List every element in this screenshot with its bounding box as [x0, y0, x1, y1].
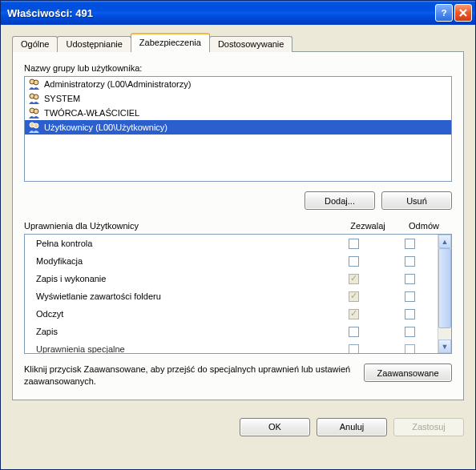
deny-checkbox[interactable] [405, 274, 415, 284]
permission-row: Zapis i wykonanie [25, 270, 438, 287]
dialog-buttons: OK Anuluj Zastosuj [1, 410, 475, 436]
allow-checkbox[interactable] [349, 239, 359, 249]
tab-sharing[interactable]: Udostępnianie [57, 36, 131, 52]
permission-name: Uprawnienia specjalne [36, 344, 325, 353]
advanced-button[interactable]: Zaawansowane [364, 364, 452, 382]
permission-row: Odczyt [25, 305, 438, 323]
permission-name: Modyfikacja [36, 256, 325, 266]
scroll-up-button[interactable]: ▲ [438, 235, 451, 248]
svg-point-8 [34, 123, 38, 128]
group-icon [28, 93, 41, 104]
deny-checkbox[interactable] [405, 344, 415, 354]
list-item[interactable]: SYSTEM [25, 91, 451, 106]
tab-general[interactable]: Ogólne [12, 36, 58, 52]
cancel-button[interactable]: Anuluj [317, 418, 387, 436]
allow-checkbox[interactable] [349, 344, 359, 354]
list-item[interactable]: TWÓRCA-WŁAŚCICIEL [25, 106, 451, 120]
list-item-label: Użytkownicy (L00\Użytkownicy) [44, 123, 167, 132]
svg-text:?: ? [442, 8, 447, 18]
group-icon [28, 122, 41, 133]
apply-button[interactable]: Zastosuj [393, 418, 464, 436]
permissions-title: Uprawnienia dla Użytkownicy [24, 221, 340, 231]
close-button[interactable] [454, 4, 472, 22]
deny-checkbox[interactable] [405, 256, 415, 267]
permission-name: Pełna kontrola [36, 239, 325, 248]
permissions-deny-col: Odmów [396, 221, 452, 231]
help-button[interactable]: ? [435, 4, 453, 22]
svg-point-4 [34, 94, 38, 99]
titlebar: Właściwości: 491 ? [1, 1, 475, 25]
scrollbar[interactable]: ▲ ▼ [438, 235, 451, 353]
svg-point-2 [34, 80, 38, 85]
tab-customize[interactable]: Dostosowywanie [209, 36, 293, 52]
group-icon [28, 78, 41, 90]
groups-label: Nazwy grupy lub użytkownika: [24, 63, 452, 73]
permissions-header: Uprawnienia dla Użytkownicy Zezwalaj Odm… [24, 221, 452, 231]
list-item[interactable]: Administratorzy (L00\Administratorzy) [25, 77, 451, 91]
add-button[interactable]: Dodaj... [305, 191, 375, 210]
tabstrip: Ogólne Udostępnianie Zabezpieczenia Dost… [12, 34, 464, 51]
permission-row: Wyświetlanie zawartości folderu [25, 287, 438, 305]
group-icon [28, 107, 41, 119]
tab-security[interactable]: Zabezpieczenia [131, 33, 210, 52]
remove-button[interactable]: Usuń [381, 191, 452, 210]
tab-panel-security: Nazwy grupy lub użytkownika: Administrat… [12, 51, 464, 400]
permission-row: Zapis [25, 323, 438, 340]
allow-checkbox[interactable] [349, 309, 359, 319]
list-item-label: SYSTEM [44, 94, 80, 103]
ok-button[interactable]: OK [240, 418, 310, 436]
scroll-track[interactable] [438, 248, 451, 339]
permission-row: Modyfikacja [25, 252, 438, 270]
window-title: Właściwości: 491 [7, 7, 434, 19]
deny-checkbox[interactable] [405, 327, 415, 337]
deny-checkbox[interactable] [405, 309, 415, 319]
deny-checkbox[interactable] [405, 291, 415, 302]
allow-checkbox[interactable] [349, 256, 359, 267]
list-item-label: TWÓRCA-WŁAŚCICIEL [44, 108, 139, 118]
allow-checkbox[interactable] [349, 274, 359, 284]
allow-checkbox[interactable] [349, 327, 359, 337]
allow-checkbox[interactable] [349, 291, 359, 302]
advanced-hint: Kliknij przycisk Zaawansowane, aby przej… [24, 364, 354, 388]
scroll-thumb[interactable] [438, 248, 451, 328]
list-item[interactable]: Użytkownicy (L00\Użytkownicy) [25, 120, 451, 135]
permissions-allow-col: Zezwalaj [340, 221, 396, 231]
scroll-down-button[interactable]: ▼ [438, 339, 451, 353]
svg-point-6 [34, 109, 38, 114]
permission-name: Zapis i wykonanie [36, 274, 325, 283]
permission-row: Uprawnienia specjalne [25, 340, 438, 353]
groups-list[interactable]: Administratorzy (L00\Administratorzy) SY… [24, 76, 452, 182]
permission-name: Odczyt [36, 309, 325, 319]
permissions-list: Pełna kontrola Modyfikacja Zapis i wykon… [24, 234, 452, 354]
permission-name: Zapis [36, 327, 325, 336]
permission-name: Wyświetlanie zawartości folderu [36, 291, 325, 301]
list-item-label: Administratorzy (L00\Administratorzy) [44, 79, 191, 89]
deny-checkbox[interactable] [405, 239, 415, 249]
permission-row: Pełna kontrola [25, 235, 438, 252]
